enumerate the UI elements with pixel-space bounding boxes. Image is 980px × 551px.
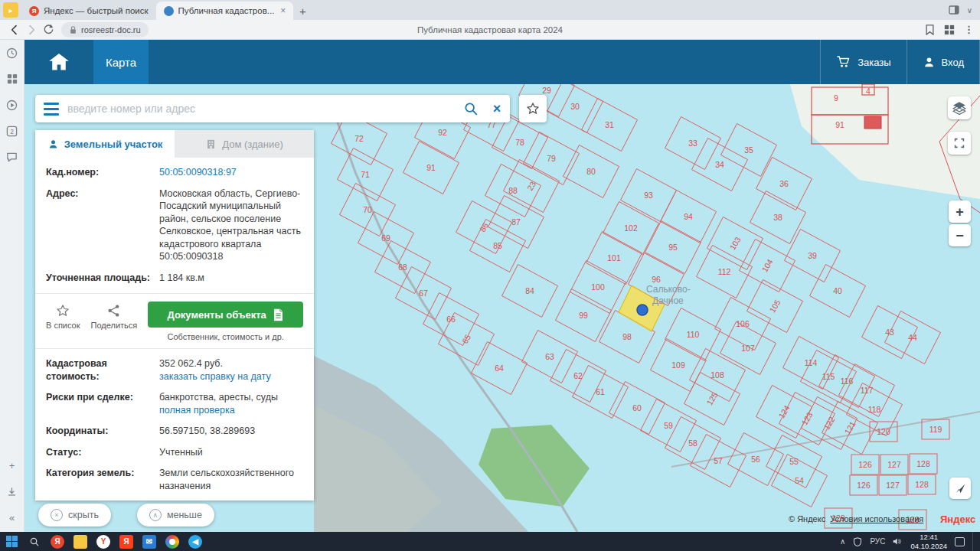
- action-center-icon[interactable]: [955, 537, 965, 546]
- zoom-out-button[interactable]: −: [949, 224, 971, 246]
- parcel-number[interactable]: 119: [929, 425, 942, 434]
- start-button[interactable]: [0, 532, 23, 551]
- show-desktop-button[interactable]: [972, 532, 975, 551]
- collapse-sidebar-icon[interactable]: «: [5, 510, 19, 524]
- parcel-number[interactable]: 40: [833, 286, 842, 295]
- parcel-number[interactable]: 85: [493, 241, 502, 250]
- parcel-number[interactable]: 120: [877, 427, 890, 436]
- parcel-number[interactable]: 84: [525, 286, 534, 295]
- login-button[interactable]: Вход: [906, 40, 980, 84]
- cad-number-link[interactable]: 50:05:0090318:97: [159, 166, 303, 179]
- parcel-number[interactable]: 39: [808, 251, 817, 260]
- language-indicator[interactable]: РУС: [870, 537, 885, 546]
- parcel-number[interactable]: 78: [515, 138, 524, 147]
- parcel-number[interactable]: 69: [381, 233, 390, 243]
- parcel-number[interactable]: 109: [671, 360, 685, 370]
- parcel-number[interactable]: 92: [438, 128, 447, 137]
- search-button[interactable]: [458, 101, 484, 116]
- parcel-number[interactable]: 91: [835, 120, 844, 129]
- parcel-number[interactable]: 101: [607, 253, 621, 262]
- parcel-number[interactable]: 64: [495, 364, 504, 373]
- parcel-number[interactable]: 93: [644, 191, 653, 200]
- parcel-number[interactable]: 107: [741, 344, 755, 353]
- add-to-list-button[interactable]: В список: [46, 302, 80, 330]
- tab-list-chevron-icon[interactable]: ∨: [967, 6, 972, 15]
- orders-button[interactable]: Заказы: [820, 40, 906, 84]
- parcel-number[interactable]: 91: [426, 163, 436, 172]
- taskbar-app-yandex-start[interactable]: Я: [115, 532, 138, 551]
- forward-icon[interactable]: [23, 21, 40, 38]
- menu-button[interactable]: [35, 95, 67, 122]
- parcel-number[interactable]: 79: [547, 154, 556, 163]
- bookmark-icon[interactable]: [925, 24, 935, 35]
- taskbar-app-browser2[interactable]: [161, 532, 184, 551]
- taskbar-app-mail[interactable]: ✉: [138, 532, 161, 551]
- parcel-number[interactable]: 128: [916, 459, 930, 468]
- share-button[interactable]: Поделиться: [91, 302, 138, 330]
- parcel-number[interactable]: 71: [361, 170, 370, 179]
- browser-tab-yandex[interactable]: Я Яндекс — быстрый поиск: [21, 2, 156, 20]
- parcel-number[interactable]: 80: [586, 167, 596, 176]
- taskbar-app-files[interactable]: [69, 532, 92, 551]
- full-check-link[interactable]: полная проверка: [159, 405, 235, 416]
- add-panel-icon[interactable]: +: [5, 458, 19, 472]
- cost-report-link[interactable]: заказать справку на дату: [159, 371, 271, 382]
- taskbar-app-telegram[interactable]: ◀: [184, 532, 207, 551]
- parcel-number[interactable]: 100: [591, 282, 605, 292]
- parcel-number[interactable]: 126: [857, 481, 871, 490]
- address-bar[interactable]: rosreestr-doc.ru: [61, 22, 149, 37]
- parcel-number[interactable]: 61: [596, 387, 605, 396]
- parcel-number[interactable]: 98: [622, 332, 632, 341]
- parcel-number[interactable]: 127: [887, 460, 901, 469]
- tray-expand-icon[interactable]: ∧: [840, 537, 845, 546]
- parcel-number[interactable]: 70: [363, 205, 372, 214]
- parcel-number[interactable]: 108: [710, 370, 724, 380]
- chat-icon[interactable]: [5, 150, 19, 164]
- favorites-button[interactable]: [519, 95, 547, 122]
- parcel-number[interactable]: 128: [915, 480, 929, 489]
- parcel-number[interactable]: 35: [744, 145, 753, 155]
- object-documents-button[interactable]: Документы объекта: [148, 302, 303, 328]
- notifications-badge-icon[interactable]: 2: [5, 124, 19, 138]
- browser-tab-cadastral[interactable]: Публичная кадастров... ×: [156, 2, 294, 20]
- home-button[interactable]: [24, 40, 93, 84]
- tab-building[interactable]: Дом (здание): [175, 130, 314, 158]
- parcel-number[interactable]: 33: [688, 139, 697, 148]
- parcel-number[interactable]: 99: [579, 311, 588, 320]
- tab-panel-icon[interactable]: [949, 5, 959, 15]
- parcel-number[interactable]: 29: [542, 86, 551, 95]
- layers-button[interactable]: [948, 96, 971, 119]
- volume-icon[interactable]: [893, 537, 903, 546]
- browser-sidebar-toggle-icon[interactable]: ▸: [3, 2, 18, 18]
- parcel-number[interactable]: 126: [858, 460, 872, 469]
- taskbar-search-button[interactable]: [23, 532, 46, 551]
- parcel-number[interactable]: 38: [773, 213, 782, 222]
- parcel-number[interactable]: 4: [866, 86, 871, 96]
- nav-tab-map[interactable]: Карта: [93, 40, 149, 84]
- new-tab-button[interactable]: +: [293, 2, 312, 20]
- video-play-icon[interactable]: [5, 98, 19, 112]
- services-grid-icon[interactable]: [5, 72, 19, 86]
- browser-menu-icon[interactable]: ⋮: [964, 24, 974, 35]
- collapse-panel-button[interactable]: ∧ меньше: [137, 504, 214, 527]
- taskbar-app-yandex-browser[interactable]: Я: [46, 532, 69, 551]
- parcel-number[interactable]: 30: [570, 102, 580, 111]
- shield-icon[interactable]: [853, 537, 862, 546]
- terms-link[interactable]: Условия использования: [830, 514, 923, 523]
- parcel-number[interactable]: 110: [687, 330, 700, 339]
- parcel-number[interactable]: 9: [834, 93, 838, 103]
- parcel-number[interactable]: 31: [605, 120, 614, 129]
- parcel-number[interactable]: 87: [511, 217, 521, 227]
- downloads-icon[interactable]: [5, 484, 19, 498]
- parcel-number[interactable]: 96: [652, 275, 661, 284]
- clear-search-button[interactable]: ×: [484, 101, 510, 117]
- collections-icon[interactable]: [944, 24, 955, 35]
- parcel-number[interactable]: 58: [688, 439, 697, 448]
- parcel-number[interactable]: 67: [419, 289, 428, 298]
- parcel-number[interactable]: 54: [795, 476, 804, 485]
- clock[interactable]: 12:41 04.10.2024: [910, 533, 947, 551]
- zoom-in-button[interactable]: +: [949, 201, 971, 223]
- tab-land-parcel[interactable]: Земельный участок: [35, 130, 175, 158]
- parcel-number[interactable]: 95: [668, 243, 678, 252]
- back-icon[interactable]: [6, 21, 23, 38]
